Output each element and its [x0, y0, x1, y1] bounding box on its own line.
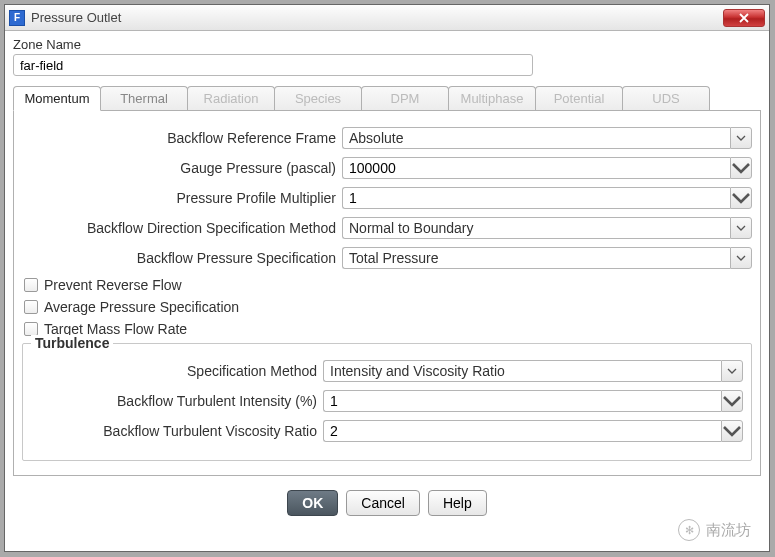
tab-thermal[interactable]: Thermal [100, 86, 188, 110]
label-turb-intensity: Backflow Turbulent Intensity (%) [31, 393, 323, 409]
dropdown-pressure-spec[interactable]: Total Pressure [342, 247, 752, 269]
tab-momentum[interactable]: Momentum [13, 86, 101, 111]
chevron-down-icon [722, 395, 742, 407]
tab-dpm[interactable]: DPM [361, 86, 449, 110]
chevron-down-icon [736, 135, 746, 141]
label-turb-visc-ratio: Backflow Turbulent Viscosity Ratio [31, 423, 323, 439]
tab-bar: Momentum Thermal Radiation Species DPM M… [13, 86, 761, 111]
dropdown-direction-method-value: Normal to Boundary [342, 217, 730, 239]
close-button[interactable] [723, 9, 765, 27]
ok-button[interactable]: OK [287, 490, 338, 516]
dialog-window: F Pressure Outlet Zone Name Momentum The… [4, 4, 770, 552]
close-icon [738, 13, 750, 23]
button-row: OK Cancel Help [13, 490, 761, 516]
window-title: Pressure Outlet [31, 10, 723, 25]
label-direction-method: Backflow Direction Specification Method [22, 220, 342, 236]
chevron-down-icon [722, 425, 742, 437]
help-button[interactable]: Help [428, 490, 487, 516]
checkbox-icon [24, 278, 38, 292]
dropdown-ref-frame-value: Absolute [342, 127, 730, 149]
tab-radiation[interactable]: Radiation [187, 86, 275, 110]
dropdown-ref-frame-button[interactable] [730, 127, 752, 149]
watermark-text: 南流坊 [706, 521, 751, 540]
spinner-turb-intensity[interactable] [721, 390, 743, 412]
tab-body: Backflow Reference Frame Absolute Gauge … [13, 111, 761, 476]
row-direction-method: Backflow Direction Specification Method … [22, 217, 752, 239]
check-avg-pressure-label: Average Pressure Specification [44, 299, 239, 315]
row-pressure-spec: Backflow Pressure Specification Total Pr… [22, 247, 752, 269]
check-avg-pressure[interactable]: Average Pressure Specification [24, 299, 752, 315]
dropdown-turb-spec-method-value: Intensity and Viscosity Ratio [323, 360, 721, 382]
row-gauge-pressure: Gauge Pressure (pascal) [22, 157, 752, 179]
dropdown-turb-spec-method[interactable]: Intensity and Viscosity Ratio [323, 360, 743, 382]
chevron-down-icon [736, 255, 746, 261]
titlebar: F Pressure Outlet [5, 5, 769, 31]
dropdown-pressure-spec-button[interactable] [730, 247, 752, 269]
dropdown-direction-method[interactable]: Normal to Boundary [342, 217, 752, 239]
tab-multiphase[interactable]: Multiphase [448, 86, 536, 110]
chevron-down-icon [731, 192, 751, 204]
input-gauge-pressure[interactable] [342, 157, 730, 179]
app-icon: F [9, 10, 25, 26]
row-ref-frame: Backflow Reference Frame Absolute [22, 127, 752, 149]
zone-name-input[interactable] [13, 54, 533, 76]
wechat-icon: ✻ [678, 519, 700, 541]
label-ref-frame: Backflow Reference Frame [22, 130, 342, 146]
chevron-down-icon [727, 368, 737, 374]
spinner-turb-visc-ratio[interactable] [721, 420, 743, 442]
dropdown-pressure-spec-value: Total Pressure [342, 247, 730, 269]
tab-potential[interactable]: Potential [535, 86, 623, 110]
spinner-profile-mult[interactable] [730, 187, 752, 209]
watermark: ✻ 南流坊 [678, 519, 751, 541]
label-profile-mult: Pressure Profile Multiplier [22, 190, 342, 206]
label-pressure-spec: Backflow Pressure Specification [22, 250, 342, 266]
row-turb-intensity: Backflow Turbulent Intensity (%) [31, 390, 743, 412]
label-gauge-pressure: Gauge Pressure (pascal) [22, 160, 342, 176]
dialog-content: Zone Name Momentum Thermal Radiation Spe… [5, 31, 769, 524]
spinner-gauge-pressure[interactable] [730, 157, 752, 179]
dropdown-turb-spec-method-button[interactable] [721, 360, 743, 382]
check-prevent-reverse[interactable]: Prevent Reverse Flow [24, 277, 752, 293]
tab-species[interactable]: Species [274, 86, 362, 110]
row-turb-visc-ratio: Backflow Turbulent Viscosity Ratio [31, 420, 743, 442]
checkbox-icon [24, 300, 38, 314]
label-turb-spec-method: Specification Method [31, 363, 323, 379]
input-turb-intensity[interactable] [323, 390, 721, 412]
checkbox-icon [24, 322, 38, 336]
input-turb-visc-ratio[interactable] [323, 420, 721, 442]
dropdown-direction-method-button[interactable] [730, 217, 752, 239]
zone-name-label: Zone Name [13, 37, 761, 52]
chevron-down-icon [736, 225, 746, 231]
row-profile-mult: Pressure Profile Multiplier [22, 187, 752, 209]
checkbox-group: Prevent Reverse Flow Average Pressure Sp… [24, 277, 752, 337]
check-prevent-reverse-label: Prevent Reverse Flow [44, 277, 182, 293]
turbulence-group: Turbulence Specification Method Intensit… [22, 343, 752, 461]
tab-uds[interactable]: UDS [622, 86, 710, 110]
turbulence-title: Turbulence [31, 335, 113, 351]
check-target-mass[interactable]: Target Mass Flow Rate [24, 321, 752, 337]
row-turb-spec-method: Specification Method Intensity and Visco… [31, 360, 743, 382]
input-profile-mult[interactable] [342, 187, 730, 209]
cancel-button[interactable]: Cancel [346, 490, 420, 516]
dropdown-ref-frame[interactable]: Absolute [342, 127, 752, 149]
chevron-down-icon [731, 162, 751, 174]
